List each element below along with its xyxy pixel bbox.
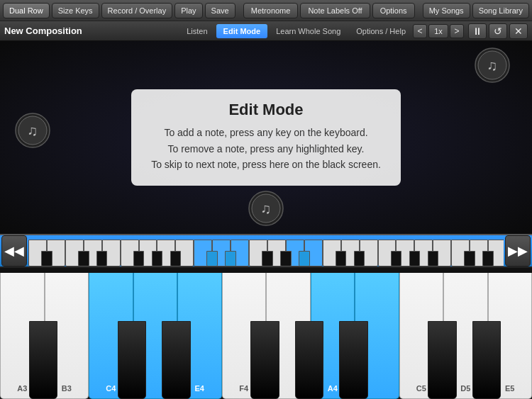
music-note-center: ♫ xyxy=(248,190,284,227)
song-library-button[interactable]: Song Library xyxy=(472,3,529,18)
tab-edit-mode[interactable]: Edit Mode xyxy=(216,24,268,38)
mini-key-g#4[interactable] xyxy=(280,251,292,266)
svg-text:♫: ♫ xyxy=(487,57,498,73)
composition-title: New Composition xyxy=(4,26,82,36)
piano-key-c#5[interactable] xyxy=(428,321,457,399)
piano-key-f#4[interactable] xyxy=(250,321,279,399)
piano-key-g#4[interactable] xyxy=(295,321,324,399)
play-button[interactable]: Play xyxy=(174,3,202,18)
next-arrow[interactable]: > xyxy=(450,24,464,38)
svg-text:♫: ♫ xyxy=(28,123,38,138)
mini-key-f#3[interactable] xyxy=(133,251,145,266)
size-keys-button[interactable]: Size Keys xyxy=(52,3,99,18)
edit-mode-dialog: Edit Mode To add a note, press any key o… xyxy=(131,89,401,185)
scroll-left-button[interactable]: ◀◀ xyxy=(1,235,27,266)
options-button[interactable]: Options xyxy=(372,3,415,18)
close-button[interactable]: ✕ xyxy=(509,23,528,39)
top-toolbar: Dual Row Size Keys Record / Overlay Play… xyxy=(0,0,532,21)
piano-key-d#5[interactable] xyxy=(472,321,501,399)
my-songs-button[interactable]: My Songs xyxy=(423,3,470,18)
tab-learn-whole-song[interactable]: Learn Whole Song xyxy=(269,24,348,38)
piano-key-c#4[interactable] xyxy=(118,321,147,399)
edit-mode-instruction-3: To skip to next note, press here on the … xyxy=(151,157,381,172)
music-note-top-right: ♫ xyxy=(474,47,511,84)
control-buttons: ⏸ ↺ ✕ xyxy=(468,23,528,39)
piano-keyboard: A3B3C4E4F4A4C5D5E5 xyxy=(0,268,532,399)
speed-indicator: 1x xyxy=(428,24,448,38)
save-button[interactable]: Save xyxy=(205,3,235,18)
mini-key-a#5[interactable] xyxy=(428,251,439,266)
mini-key-g#3[interactable] xyxy=(152,251,163,266)
mini-key-a#3[interactable] xyxy=(170,251,182,266)
mini-keyboard-strip: ◀◀ ▶▶ xyxy=(0,234,532,268)
prev-arrow[interactable]: < xyxy=(413,24,427,38)
piano-key-a#4[interactable] xyxy=(339,321,368,399)
mini-key-c#5[interactable] xyxy=(336,251,347,266)
piano-key-a#3[interactable] xyxy=(29,321,58,399)
music-note-left: ♫ xyxy=(14,112,51,149)
nav-tabs: Listen Edit Mode Learn Whole Song Option… xyxy=(179,24,413,38)
mini-key-c#3[interactable] xyxy=(78,251,89,266)
svg-text:♫: ♫ xyxy=(261,201,272,216)
mini-key-c#4[interactable] xyxy=(206,251,218,266)
edit-mode-instruction-2: To remove a note, press any highlighted … xyxy=(151,141,381,157)
mini-key-f#5[interactable] xyxy=(391,251,402,266)
pause-button[interactable]: ⏸ xyxy=(468,23,487,39)
dual-row-button[interactable]: Dual Row xyxy=(3,3,50,18)
note-labels-button[interactable]: Note Labels Off xyxy=(300,3,370,18)
edit-mode-instruction-1: To add a note, press any key on the keyb… xyxy=(151,125,381,140)
tab-listen[interactable]: Listen xyxy=(179,24,214,38)
metronome-button[interactable]: Metronome xyxy=(243,3,299,18)
record-overlay-button[interactable]: Record / Overlay xyxy=(101,3,173,18)
mini-keys-container xyxy=(28,235,504,266)
mini-key-g#5[interactable] xyxy=(409,251,421,266)
mini-key-a#4[interactable] xyxy=(299,251,310,266)
mini-key-d#5[interactable] xyxy=(354,251,365,266)
mini-key-d#4[interactable] xyxy=(225,251,236,266)
mini-key-d#3[interactable] xyxy=(96,251,108,266)
tab-options-help[interactable]: Options / Help xyxy=(349,24,413,38)
mini-key-f#4[interactable] xyxy=(262,251,273,266)
mini-key-a#2[interactable] xyxy=(41,251,52,266)
edit-mode-title: Edit Mode xyxy=(151,101,381,119)
scroll-right-button[interactable]: ▶▶ xyxy=(505,235,531,266)
mini-key-c#6[interactable] xyxy=(464,251,475,266)
main-content[interactable]: ♫ ♫ ♫ Edit Mode To add a note, press any… xyxy=(0,41,532,234)
second-row: New Composition Listen Edit Mode Learn W… xyxy=(0,21,532,41)
refresh-button[interactable]: ↺ xyxy=(489,23,507,39)
mini-key-d#6[interactable] xyxy=(482,251,494,266)
piano-key-d#4[interactable] xyxy=(162,321,191,399)
